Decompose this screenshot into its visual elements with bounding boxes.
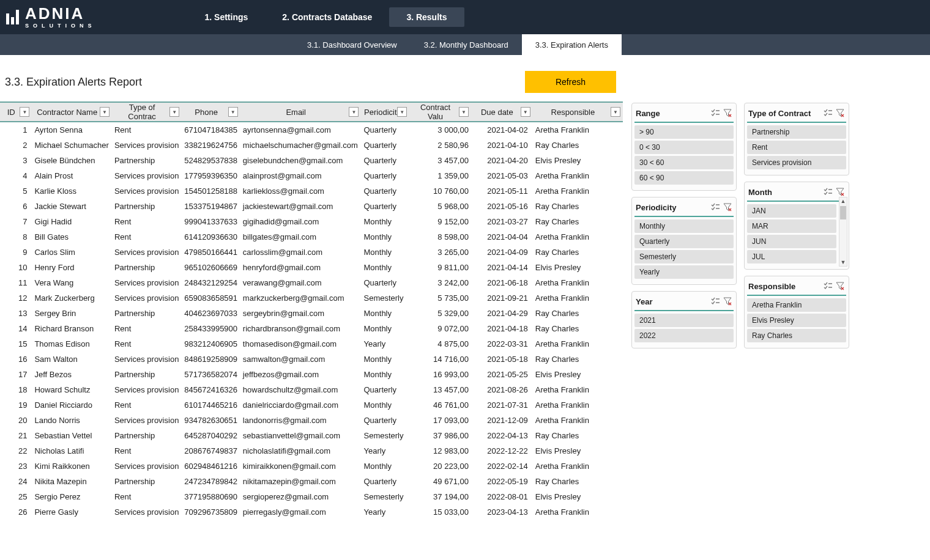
filter-dropdown-icon[interactable]: ▼ xyxy=(459,107,469,117)
slicer-item[interactable]: > 90 xyxy=(634,125,734,139)
multiselect-icon[interactable] xyxy=(823,108,833,118)
col-header-phone: Phone▼ xyxy=(182,102,240,122)
slicer-month: MonthJANMARJUNJUL▲▼ xyxy=(744,182,849,270)
slicer-item[interactable]: 0 < 30 xyxy=(634,141,734,154)
cell-period: Quarterly xyxy=(361,183,409,199)
filter-dropdown-icon[interactable]: ▼ xyxy=(169,107,179,117)
slicer-item[interactable]: Quarterly xyxy=(634,235,734,248)
slicer-item[interactable]: Monthly xyxy=(634,219,734,233)
table-row[interactable]: 3Gisele BündchenPartnership524829537838g… xyxy=(0,153,623,168)
cell-name: Bill Gates xyxy=(32,229,111,245)
cell-due: 2021-04-04 xyxy=(471,229,533,245)
table-row[interactable]: 17Jeff BezosPartnership571736582074jeffb… xyxy=(0,367,623,382)
multiselect-icon[interactable] xyxy=(823,187,833,197)
main-nav: 1. Settings2. Contracts Database3. Resul… xyxy=(188,7,464,27)
cell-period: Quarterly xyxy=(361,153,409,168)
cell-resp: Aretha Franklin xyxy=(533,275,623,290)
filter-dropdown-icon[interactable]: ▼ xyxy=(611,107,620,117)
table-row[interactable]: 4Alain ProstServices provision1779593963… xyxy=(0,168,623,183)
scrollbar[interactable]: ▲▼ xyxy=(839,197,847,267)
table-row[interactable]: 21Sebastian VettelPartnership64528704029… xyxy=(0,428,623,443)
filter-dropdown-icon[interactable]: ▼ xyxy=(228,107,238,117)
table-row[interactable]: 12Mark ZuckerbergServices provision65908… xyxy=(0,290,623,306)
clear-filter-icon[interactable] xyxy=(723,297,732,306)
table-row[interactable]: 18Howard SchultzServices provision845672… xyxy=(0,382,623,397)
table-row[interactable]: 6Jackie StewartPartnership153375194867ja… xyxy=(0,199,623,214)
cell-value: 49 671,00 xyxy=(409,474,471,489)
slicer-item[interactable]: Elvis Presley xyxy=(747,314,846,327)
table-row[interactable]: 15Thomas EdisonRent983212406905thomasedi… xyxy=(0,336,623,352)
cell-due: 2021-05-16 xyxy=(471,199,533,214)
filter-dropdown-icon[interactable]: ▼ xyxy=(349,107,359,117)
slicer-item[interactable]: MAR xyxy=(747,219,836,233)
table-row[interactable]: 9Carlos SlimServices provision4798501664… xyxy=(0,245,623,260)
table-row[interactable]: 10Henry FordPartnership965102606669henry… xyxy=(0,260,623,275)
table-row[interactable]: 2Michael SchumacherServices provision338… xyxy=(0,138,623,153)
clear-filter-icon[interactable] xyxy=(835,281,845,291)
slicer-item[interactable]: Ray Charles xyxy=(747,329,846,342)
table-row[interactable]: 13Sergey BrinPartnership404623697033serg… xyxy=(0,306,623,321)
table-row[interactable]: 5Karlie KlossServices provision154501258… xyxy=(0,183,623,199)
cell-due: 2021-09-21 xyxy=(471,290,533,306)
cell-value: 46 761,00 xyxy=(409,397,471,413)
table-row[interactable]: 8Bill GatesRent614120936630billgates@gma… xyxy=(0,229,623,245)
slicer-title: Type of Contract xyxy=(748,109,820,118)
multiselect-icon[interactable] xyxy=(710,108,720,118)
table-row[interactable]: 19Daniel RicciardoRent610174465216daniel… xyxy=(0,397,623,413)
filter-dropdown-icon[interactable]: ▼ xyxy=(20,107,29,117)
table-row[interactable]: 24Nikita MazepinPartnership247234789842n… xyxy=(0,474,623,489)
slicer-item[interactable]: Partnership xyxy=(747,125,846,139)
table-row[interactable]: 25Sergio PerezRent377195880690sergiopere… xyxy=(0,489,623,504)
cell-id: 7 xyxy=(0,214,32,229)
table-row[interactable]: 22Nicholas LatifiRent208676749837nichola… xyxy=(0,443,623,459)
table-row[interactable]: 23Kimi RaikkonenServices provision602948… xyxy=(0,459,623,474)
table-row[interactable]: 20Lando NorrisServices provision93478263… xyxy=(0,413,623,428)
page-title: 3.3. Expiration Alerts Report xyxy=(5,76,142,89)
subnav-3-2--monthly-dashboard[interactable]: 3.2. Monthly Dashboard xyxy=(411,34,522,55)
multiselect-icon[interactable] xyxy=(710,297,720,306)
table-row[interactable]: 14Richard BransonRent258433995900richard… xyxy=(0,321,623,336)
slicer-item[interactable]: 60 < 90 xyxy=(634,171,734,185)
slicer-item[interactable]: 2022 xyxy=(634,329,734,342)
multiselect-icon[interactable] xyxy=(710,202,720,212)
filter-dropdown-icon[interactable]: ▼ xyxy=(397,107,407,117)
table-row[interactable]: 1Ayrton SennaRent671047184385ayrtonsenna… xyxy=(0,122,623,138)
slicer-item[interactable]: JUN xyxy=(747,235,836,248)
scroll-down-icon[interactable]: ▼ xyxy=(841,259,846,266)
slicer-item[interactable]: Yearly xyxy=(634,265,734,279)
multiselect-icon[interactable] xyxy=(823,281,833,291)
slicer-item[interactable]: Rent xyxy=(747,141,846,154)
slicer-item[interactable]: JUL xyxy=(747,250,836,263)
nav-2--contracts-database[interactable]: 2. Contracts Database xyxy=(265,7,389,27)
filter-dropdown-icon[interactable]: ▼ xyxy=(521,107,530,117)
slicer-item[interactable]: Services provision xyxy=(747,156,846,169)
clear-filter-icon[interactable] xyxy=(835,187,845,197)
cell-type: Partnership xyxy=(112,367,182,382)
scroll-thumb[interactable] xyxy=(840,206,846,219)
slicer-item[interactable]: 2021 xyxy=(634,314,734,327)
slicer-item[interactable]: Semesterly xyxy=(634,250,734,263)
cell-value: 5 735,00 xyxy=(409,290,471,306)
slicer-item[interactable]: JAN xyxy=(747,204,836,218)
clear-filter-icon[interactable] xyxy=(723,202,732,212)
cell-email: karliekloss@gmail.com xyxy=(240,183,362,199)
clear-filter-icon[interactable] xyxy=(723,108,732,118)
table-row[interactable]: 11Vera WangServices provision24843212925… xyxy=(0,275,623,290)
nav-1--settings[interactable]: 1. Settings xyxy=(188,7,266,27)
subnav-3-3--expiration-alerts[interactable]: 3.3. Expiration Alerts xyxy=(522,34,622,55)
filter-dropdown-icon[interactable]: ▼ xyxy=(100,107,110,117)
table-row[interactable]: 16Sam WaltonServices provision8486192589… xyxy=(0,352,623,367)
nav-3--results[interactable]: 3. Results xyxy=(389,7,464,27)
table-row[interactable]: 26Pierre GaslyServices provision70929673… xyxy=(0,504,623,520)
scroll-up-icon[interactable]: ▲ xyxy=(841,197,846,205)
refresh-button[interactable]: Refresh xyxy=(525,71,616,93)
cell-resp: Aretha Franklin xyxy=(533,183,623,199)
subnav-3-1--dashboard-overview[interactable]: 3.1. Dashboard Overview xyxy=(294,34,411,55)
slicer-item[interactable]: Aretha Franklin xyxy=(747,298,846,312)
slicer-range: Range> 900 < 3030 < 6060 < 90 xyxy=(631,103,737,191)
cell-id: 25 xyxy=(0,489,32,504)
slicer-item[interactable]: 30 < 60 xyxy=(634,156,734,169)
cell-email: billgates@gmail.com xyxy=(240,229,362,245)
table-row[interactable]: 7Gigi HadidRent999041337633gigihadid@gma… xyxy=(0,214,623,229)
clear-filter-icon[interactable] xyxy=(835,108,845,118)
